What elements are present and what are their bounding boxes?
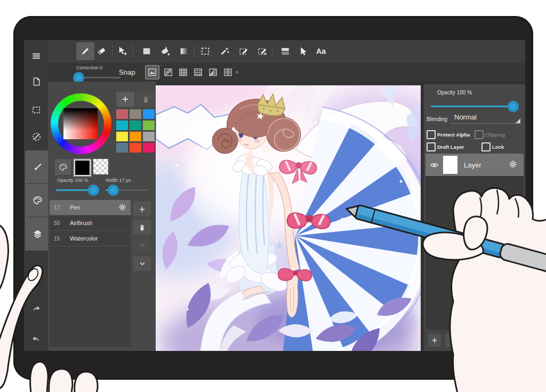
- brush-opacity-thumb[interactable]: [88, 185, 99, 196]
- color-swatch[interactable]: [116, 132, 128, 141]
- fill-bucket-icon: [160, 46, 171, 57]
- tool-magic-wand-button[interactable]: [215, 42, 234, 60]
- tool-pen-button[interactable]: [76, 42, 94, 60]
- tool-pointer-button[interactable]: [294, 42, 312, 60]
- color-swatch[interactable]: [130, 132, 141, 141]
- correction-slider[interactable]: [75, 77, 121, 78]
- snap-off-button[interactable]: [146, 66, 159, 79]
- layer-list[interactable]: [425, 176, 524, 330]
- brush-list: 17 Pen 50 AirBrush 15 Watercolor: [50, 200, 131, 347]
- gear-icon[interactable]: [509, 160, 517, 169]
- move-brush-up-button[interactable]: [133, 238, 151, 253]
- clipping-checkbox[interactable]: [475, 130, 484, 139]
- tool-gradient-button[interactable]: [175, 42, 193, 60]
- brush-width-slider[interactable]: [106, 189, 147, 191]
- brush-width-thumb[interactable]: [108, 185, 119, 196]
- delete-layer-button[interactable]: [445, 334, 458, 347]
- snap-radial-button[interactable]: [221, 66, 235, 79]
- snap-vanishing-point-button[interactable]: [206, 66, 220, 79]
- protect-alpha-checkbox[interactable]: [427, 130, 436, 139]
- add-layer-button[interactable]: [428, 334, 441, 347]
- brush-name: AirBrush: [70, 220, 92, 226]
- layer-opacity-thumb[interactable]: [508, 101, 519, 112]
- color-swatch[interactable]: [116, 143, 128, 153]
- brush-opacity-slider[interactable]: [56, 189, 100, 191]
- gear-icon[interactable]: [118, 203, 126, 211]
- brush-row-watercolor[interactable]: 15 Watercolor: [50, 231, 131, 246]
- sidebar-item-select[interactable]: [28, 102, 44, 118]
- sidebar-item-new-canvas[interactable]: [28, 74, 44, 90]
- eye-icon[interactable]: [430, 161, 439, 170]
- blending-label: Blending: [427, 116, 447, 122]
- add-swatch-button[interactable]: [116, 92, 134, 107]
- layer-row[interactable]: Layer: [425, 154, 524, 176]
- move-cursor-icon: [117, 46, 128, 57]
- color-swatch[interactable]: [143, 109, 155, 119]
- blending-dropdown[interactable]: Normal: [451, 112, 520, 124]
- brush-name: Pen: [70, 204, 81, 211]
- sidebar-item-undo[interactable]: [28, 331, 44, 347]
- pointer-icon: [298, 46, 308, 57]
- brush-row-pen[interactable]: 17 Pen: [50, 200, 131, 215]
- snap-off-icon: [148, 68, 157, 77]
- foreground-color-swatch[interactable]: [74, 159, 91, 176]
- tool-eraser-button[interactable]: [92, 42, 110, 60]
- chevron-up-icon: [139, 242, 146, 249]
- sidebar-item-brush[interactable]: [26, 150, 49, 183]
- color-swatch[interactable]: [143, 143, 155, 153]
- marquee-icon: [31, 105, 41, 115]
- drawing-canvas[interactable]: [156, 85, 421, 351]
- sidebar-item-layers[interactable]: [26, 218, 49, 250]
- palette-icon: [59, 163, 68, 172]
- tool-select-eraser-button[interactable]: [253, 42, 271, 60]
- tool-move-button[interactable]: [114, 42, 132, 60]
- delete-swatch-button[interactable]: [136, 92, 155, 107]
- color-swatch[interactable]: [130, 121, 141, 130]
- protect-alpha-label: Protect Alpha: [437, 132, 470, 138]
- color-swatch[interactable]: [130, 109, 141, 119]
- tool-text-button[interactable]: Aa: [312, 42, 330, 60]
- tool-select-pen-button[interactable]: [235, 42, 253, 60]
- saturation-value-square[interactable]: [63, 108, 98, 139]
- layer-opacity-fill: [431, 106, 515, 107]
- draft-layer-checkbox[interactable]: [427, 142, 436, 151]
- sidebar-item-menu[interactable]: [28, 48, 44, 64]
- color-swatch[interactable]: [143, 132, 155, 141]
- snap-grid-button[interactable]: [176, 66, 190, 79]
- transparent-color-swatch[interactable]: [93, 159, 108, 174]
- color-swatch[interactable]: [116, 121, 128, 130]
- sidebar-item-deselect[interactable]: [28, 129, 44, 145]
- lock-checkbox[interactable]: [481, 142, 491, 151]
- snap-radial-icon: [223, 68, 232, 77]
- layer-opacity-slider[interactable]: [431, 106, 515, 107]
- move-brush-down-button[interactable]: [133, 256, 151, 271]
- deselect-icon: [31, 132, 42, 142]
- pen-icon: [80, 46, 91, 57]
- tool-divide-canvas-button[interactable]: [276, 42, 294, 60]
- sidebar-item-redo[interactable]: [28, 301, 44, 317]
- app-screen: Aa Correction 0 Snap: [24, 40, 525, 351]
- color-swatch[interactable]: [143, 121, 155, 130]
- color-swatch[interactable]: [116, 109, 128, 119]
- snap-curve-button[interactable]: [191, 66, 205, 79]
- snap-vanishing-point-icon: [208, 68, 218, 77]
- sidebar-item-color[interactable]: [26, 184, 49, 217]
- color-swatch[interactable]: [130, 143, 141, 153]
- brush-row-airbrush[interactable]: 50 AirBrush: [50, 215, 131, 231]
- document-icon: [31, 77, 41, 86]
- tool-rectangle-button[interactable]: [138, 42, 156, 60]
- tool-fill-button[interactable]: [156, 42, 174, 60]
- add-brush-button[interactable]: [133, 202, 151, 217]
- sidebar: [24, 40, 48, 351]
- snap-parallel-button[interactable]: [162, 66, 175, 79]
- palette-toggle-button[interactable]: [55, 159, 71, 175]
- trash-icon: [448, 337, 455, 344]
- delete-brush-button[interactable]: [133, 220, 151, 235]
- trash-icon: [138, 223, 146, 231]
- tool-select-button[interactable]: [196, 42, 214, 60]
- duplicate-layer-button[interactable]: [462, 334, 475, 347]
- marquee-select-icon: [200, 46, 211, 57]
- trash-icon: [142, 95, 150, 103]
- sidebar-active-group: [25, 150, 48, 251]
- status-dot: [236, 71, 238, 74]
